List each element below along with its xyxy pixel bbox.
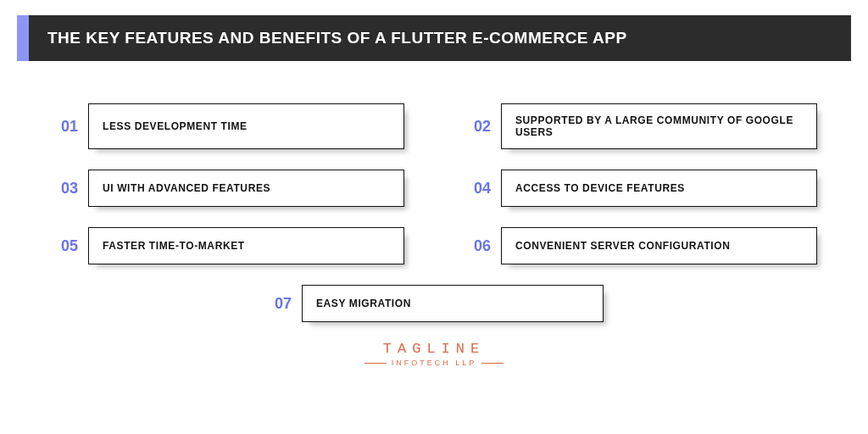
feature-label: CONVENIENT SERVER CONFIGURATION xyxy=(501,227,817,264)
page-title: THE KEY FEATURES AND BENEFITS OF A FLUTT… xyxy=(29,15,851,61)
logo-text-bottom: INFOTECH LLP xyxy=(364,359,504,367)
feature-row-centered: 07 EASY MIGRATION xyxy=(0,285,868,322)
feature-item: 06 CONVENIENT SERVER CONFIGURATION xyxy=(464,227,817,264)
feature-item: 02 SUPPORTED BY A LARGE COMMUNITY OF GOO… xyxy=(464,103,817,149)
feature-label: EASY MIGRATION xyxy=(302,285,604,322)
feature-item: 07 EASY MIGRATION xyxy=(264,285,604,322)
feature-item: 03 UI WITH ADVANCED FEATURES xyxy=(51,170,404,207)
feature-label: LESS DEVELOPMENT TIME xyxy=(88,103,404,149)
feature-label: SUPPORTED BY A LARGE COMMUNITY OF GOOGLE… xyxy=(501,103,817,149)
logo-text-top: TAGLINE xyxy=(383,341,485,357)
feature-number: 03 xyxy=(51,170,88,207)
feature-number: 02 xyxy=(464,103,501,149)
feature-label: UI WITH ADVANCED FEATURES xyxy=(88,170,404,207)
feature-number: 06 xyxy=(464,227,501,264)
feature-number: 05 xyxy=(51,227,88,264)
feature-grid: 01 LESS DEVELOPMENT TIME 02 SUPPORTED BY… xyxy=(51,103,817,264)
brand-logo: TAGLINE INFOTECH LLP xyxy=(0,341,868,367)
feature-label: ACCESS TO DEVICE FEATURES xyxy=(501,170,817,207)
feature-item: 01 LESS DEVELOPMENT TIME xyxy=(51,103,404,149)
feature-number: 01 xyxy=(51,103,88,149)
logo-subtitle: INFOTECH LLP xyxy=(392,359,477,367)
feature-number: 07 xyxy=(264,285,302,322)
logo-divider-icon xyxy=(481,363,504,364)
logo-divider-icon xyxy=(364,363,387,364)
feature-number: 04 xyxy=(464,170,501,207)
accent-bar xyxy=(17,15,29,61)
feature-label: FASTER TIME-TO-MARKET xyxy=(88,227,404,264)
header-bar: THE KEY FEATURES AND BENEFITS OF A FLUTT… xyxy=(17,15,851,61)
feature-item: 04 ACCESS TO DEVICE FEATURES xyxy=(464,170,817,207)
feature-item: 05 FASTER TIME-TO-MARKET xyxy=(51,227,404,264)
